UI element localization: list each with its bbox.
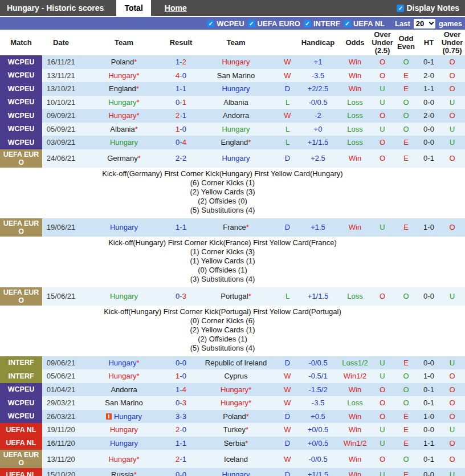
- match-note: Kick-off(Hungary) First Corner Kick(Fran…: [0, 237, 465, 287]
- score-away: 1: [182, 84, 186, 93]
- over-under-25-value: O: [371, 69, 394, 83]
- over-under-075-value: O: [439, 218, 465, 237]
- team-name: France: [223, 223, 246, 231]
- team-home: Hungary: [80, 218, 168, 237]
- over-under-075-value: U: [439, 423, 465, 437]
- score-away: 0: [182, 470, 186, 476]
- filter-uefa-nl[interactable]: ✓UEFA NL: [344, 19, 385, 28]
- over-under-25-value: O: [371, 287, 394, 306]
- red-card-icon: [106, 413, 112, 420]
- match-note-text: Kick-off(Hungary) First Corner Kick(Fran…: [79, 238, 366, 284]
- over-under-075-value: O: [439, 369, 465, 383]
- display-notes-checkbox-icon[interactable]: ✓: [397, 5, 404, 12]
- handicap-value: -0/0.5: [297, 450, 339, 468]
- league-badge: UEFA NL: [0, 437, 42, 450]
- checkbox-icon[interactable]: ✓: [248, 20, 255, 27]
- match-date: 10/10/21: [42, 96, 80, 109]
- over-under-25-value: O: [371, 136, 394, 149]
- odds-result: Win: [339, 423, 371, 437]
- league-badge: WCPEU: [0, 136, 42, 149]
- checkbox-icon[interactable]: ✓: [304, 20, 311, 27]
- over-under-075-value: U: [439, 123, 465, 136]
- result-letter: D: [278, 149, 297, 168]
- team-name: Hungary: [110, 425, 138, 434]
- odd-even-value: E: [394, 423, 418, 437]
- filter-wcpeu[interactable]: ✓WCPEU: [207, 19, 244, 28]
- team-name: Albania: [110, 125, 134, 133]
- header-handicap: Handicap: [297, 39, 339, 47]
- score-home: 1: [176, 223, 180, 231]
- full-time-score: 0-0: [168, 356, 194, 370]
- league-badge: INTERF: [0, 356, 42, 370]
- over-under-075-value: O: [439, 82, 465, 96]
- checkbox-icon[interactable]: ✓: [344, 20, 351, 27]
- match-date: 29/03/21: [42, 396, 80, 410]
- over-under-075-value: O: [439, 149, 465, 168]
- last-games-select[interactable]: 20: [414, 19, 435, 29]
- team-home: Hungary: [80, 423, 168, 437]
- over-under-25-value: O: [371, 450, 394, 468]
- half-time-score: 0-1: [418, 55, 439, 69]
- team-name: Hungary: [108, 71, 136, 80]
- handicap-value: +0/0.5: [297, 437, 339, 450]
- league-badge: INTERF: [0, 369, 42, 383]
- filter-uefa-euro[interactable]: ✓UEFA EURO: [248, 19, 300, 28]
- team-name: Germany: [107, 154, 137, 162]
- result-letter: W: [278, 369, 297, 383]
- over-under-25-value: U: [371, 96, 394, 109]
- full-time-score: 0-1: [168, 96, 194, 109]
- odds-result: Loss: [339, 287, 371, 306]
- score-home: 0: [176, 359, 180, 367]
- team-away: England*: [194, 136, 278, 149]
- match-date: 09/09/21: [42, 109, 80, 123]
- home-star-marker: *: [137, 455, 140, 463]
- score-home: 2: [176, 111, 180, 120]
- result-letter: W: [278, 69, 297, 83]
- half-time-score: 0-1: [418, 383, 439, 397]
- team-home: Hungary*: [80, 109, 168, 123]
- team-name: Hungary: [108, 455, 136, 463]
- checkbox-icon[interactable]: ✓: [207, 20, 214, 27]
- full-time-score: 1-0: [168, 123, 194, 136]
- odds-result: Loss1/2: [339, 356, 371, 370]
- home-star-marker: *: [246, 412, 249, 421]
- odd-even-value: E: [394, 136, 418, 149]
- tab-total[interactable]: Total: [116, 0, 150, 16]
- home-star-marker: *: [137, 98, 140, 107]
- table-header-row: Match Date Team Result Team Handicap Odd…: [0, 30, 465, 55]
- match-note-text: Kick-off(Hungary) First Corner Kick(Port…: [79, 307, 366, 353]
- tab-home[interactable]: Home: [157, 0, 195, 16]
- filter-interf[interactable]: ✓INTERF: [304, 19, 340, 28]
- odds-result: Loss: [339, 136, 371, 149]
- odds-result: Loss: [339, 96, 371, 109]
- over-under-25-value: O: [371, 55, 394, 69]
- match-note-text: Kick-off(Germany) First Corner Kick(Hung…: [79, 169, 366, 215]
- result-letter: D: [278, 410, 297, 424]
- home-star-marker: *: [134, 470, 137, 476]
- score-away: 2: [182, 154, 186, 162]
- team-name: Hungary: [110, 138, 138, 147]
- odds-result: Win: [339, 450, 371, 468]
- full-time-score: 1-1: [168, 218, 194, 237]
- team-away: Republic of Ireland: [194, 356, 278, 370]
- score-away: 4: [182, 385, 186, 394]
- over-under-075-value: O: [439, 450, 465, 468]
- team-away: Poland*: [194, 410, 278, 424]
- handicap-value: -2: [297, 109, 339, 123]
- league-badge: WCPEU: [0, 82, 42, 96]
- chevron-down-icon: [429, 20, 434, 25]
- display-notes-toggle[interactable]: ✓ Display Notes: [397, 0, 465, 16]
- home-star-marker: *: [248, 385, 251, 394]
- over-under-075-value: U: [439, 356, 465, 370]
- team-away: Hungary: [194, 468, 278, 476]
- team-name: Hungary: [108, 359, 136, 367]
- league-badge: UEFA NL: [0, 423, 42, 437]
- score-home: 1: [176, 125, 180, 133]
- table-row: WCPEU13/11/21Hungary*4-0San MarinoW-3.5W…: [0, 69, 465, 83]
- team-name: Andorra: [223, 111, 249, 120]
- team-home: Hungary*: [80, 96, 168, 109]
- odd-even-value: E: [394, 468, 418, 476]
- header-date: Date: [42, 39, 80, 47]
- odds-result: Win: [339, 468, 371, 476]
- odd-even-value: O: [394, 96, 418, 109]
